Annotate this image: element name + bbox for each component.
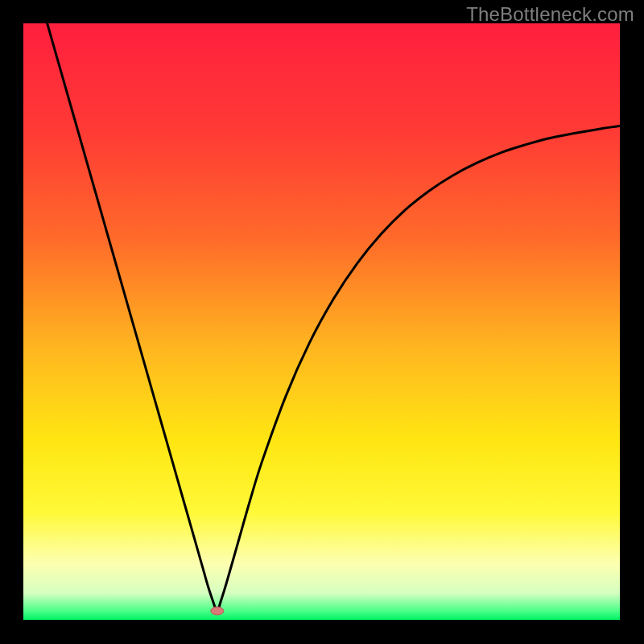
bottleneck-chart — [23, 23, 620, 620]
watermark-text: TheBottleneck.com — [466, 3, 634, 26]
bottleneck-minimum-marker — [211, 607, 224, 615]
chart-frame: TheBottleneck.com — [0, 0, 644, 644]
